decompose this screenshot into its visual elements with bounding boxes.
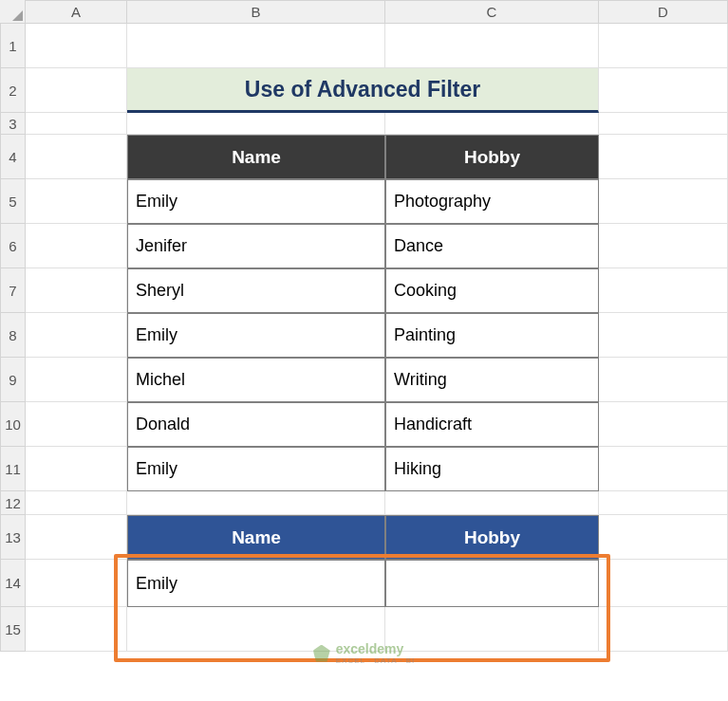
table-row-10-hobby[interactable]: Handicraft [385, 402, 599, 447]
cell-B3[interactable] [127, 113, 385, 135]
cell-A3[interactable] [26, 113, 127, 135]
filter-row-name[interactable]: Emily [127, 560, 385, 607]
row-2[interactable]: 2 [0, 68, 26, 113]
cell-A2[interactable] [26, 68, 127, 113]
cell-A4[interactable] [26, 135, 127, 179]
col-D[interactable]: D [599, 0, 728, 24]
filter-row-hobby[interactable] [385, 560, 599, 607]
col-A[interactable]: A [26, 0, 127, 24]
table1-header-hobby[interactable]: Hobby [385, 135, 599, 179]
row-3[interactable]: 3 [0, 113, 26, 135]
row-7[interactable]: 7 [0, 268, 26, 313]
col-B[interactable]: B [127, 0, 385, 24]
table-row-7-hobby[interactable]: Cooking [385, 268, 599, 313]
table-row-5-hobby[interactable]: Photography [385, 179, 599, 224]
table-row-11-hobby[interactable]: Hiking [385, 447, 599, 491]
cell-B15[interactable] [127, 607, 385, 652]
cell-D2[interactable] [599, 68, 728, 113]
cell-A1[interactable] [26, 24, 127, 68]
row-13[interactable]: 13 [0, 515, 26, 560]
row-5[interactable]: 5 [0, 179, 26, 224]
cell-A15[interactable] [26, 607, 127, 652]
cell-D15[interactable] [599, 607, 728, 652]
cell-A14[interactable] [26, 560, 127, 607]
cell-A10[interactable] [26, 402, 127, 447]
cell-D6[interactable] [599, 224, 728, 268]
cell-D8[interactable] [599, 313, 728, 358]
row-8[interactable]: 8 [0, 313, 26, 358]
cell-B12[interactable] [127, 491, 385, 515]
cell-B1[interactable] [127, 24, 385, 68]
watermark-sub: EXCEL · DATA · BI [336, 656, 416, 665]
cell-C3[interactable] [385, 113, 599, 135]
cell-D5[interactable] [599, 179, 728, 224]
table-row-6-name[interactable]: Jenifer [127, 224, 385, 268]
cell-A11[interactable] [26, 447, 127, 491]
cell-D3[interactable] [599, 113, 728, 135]
cell-D1[interactable] [599, 24, 728, 68]
row-12[interactable]: 12 [0, 491, 26, 515]
cell-A5[interactable] [26, 179, 127, 224]
cell-A7[interactable] [26, 268, 127, 313]
cell-D11[interactable] [599, 447, 728, 491]
cell-C15[interactable] [385, 607, 599, 652]
spreadsheet-grid: A B C D 1 2 3 4 5 6 7 8 9 10 11 12 13 14… [0, 0, 728, 652]
row-1[interactable]: 1 [0, 24, 26, 68]
row-11[interactable]: 11 [0, 447, 26, 491]
table-row-5-name[interactable]: Emily [127, 179, 385, 224]
row-10[interactable]: 10 [0, 402, 26, 447]
col-C[interactable]: C [385, 0, 599, 24]
cell-A8[interactable] [26, 313, 127, 358]
table-row-6-hobby[interactable]: Dance [385, 224, 599, 268]
table2-header-name[interactable]: Name [127, 515, 385, 560]
cell-D12[interactable] [599, 491, 728, 515]
page-title[interactable]: Use of Advanced Filter [127, 68, 599, 113]
row-14[interactable]: 14 [0, 560, 26, 607]
table-row-8-name[interactable]: Emily [127, 313, 385, 358]
table-row-9-hobby[interactable]: Writing [385, 358, 599, 402]
cell-D13[interactable] [599, 515, 728, 560]
row-6[interactable]: 6 [0, 224, 26, 268]
row-4[interactable]: 4 [0, 135, 26, 179]
table-row-11-name[interactable]: Emily [127, 447, 385, 491]
table1-header-name[interactable]: Name [127, 135, 385, 179]
cell-D14[interactable] [599, 560, 728, 607]
cell-A6[interactable] [26, 224, 127, 268]
row-15[interactable]: 15 [0, 607, 26, 652]
cell-A12[interactable] [26, 491, 127, 515]
cell-C1[interactable] [385, 24, 599, 68]
table-row-9-name[interactable]: Michel [127, 358, 385, 402]
table-row-10-name[interactable]: Donald [127, 402, 385, 447]
table-row-8-hobby[interactable]: Painting [385, 313, 599, 358]
cell-D10[interactable] [599, 402, 728, 447]
select-all-corner[interactable] [0, 0, 26, 24]
cell-C12[interactable] [385, 491, 599, 515]
table-row-7-name[interactable]: Sheryl [127, 268, 385, 313]
cell-A9[interactable] [26, 358, 127, 402]
cell-D4[interactable] [599, 135, 728, 179]
cell-D9[interactable] [599, 358, 728, 402]
cell-A13[interactable] [26, 515, 127, 560]
cell-D7[interactable] [599, 268, 728, 313]
row-9[interactable]: 9 [0, 358, 26, 402]
table2-header-hobby[interactable]: Hobby [385, 515, 599, 560]
